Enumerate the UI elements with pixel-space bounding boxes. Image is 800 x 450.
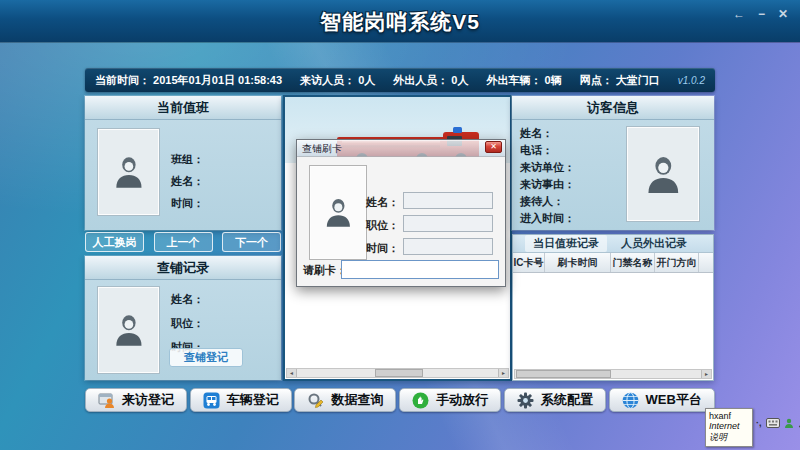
column-door-name: 门禁名称 bbox=[611, 253, 655, 272]
current-duty-title: 当前值班 bbox=[85, 96, 281, 120]
column-door-direction: 开门方向 bbox=[655, 253, 699, 272]
duty-time-label: 时间： bbox=[171, 196, 204, 211]
keyboard-icon[interactable] bbox=[766, 418, 780, 428]
ime-tooltip-line1: hxanf bbox=[709, 411, 749, 421]
data-query-icon bbox=[307, 392, 324, 409]
person-icon bbox=[641, 152, 686, 197]
bedcheck-name-label: 姓名： bbox=[171, 292, 204, 307]
bedcheck-photo-placeholder bbox=[97, 286, 160, 374]
records-table-body bbox=[513, 273, 713, 369]
out-vehicle-label: 外出车辆： bbox=[486, 74, 541, 86]
tab-personnel-out-records[interactable]: 人员外出记录 bbox=[613, 235, 695, 252]
column-ic-card: IC卡号 bbox=[513, 253, 545, 272]
toolbar-button-label: 系统配置 bbox=[541, 391, 593, 409]
vehicle-register-button[interactable]: 车辆登记 bbox=[190, 388, 292, 412]
current-duty-panel: 当前值班 班组： 姓名： 时间： bbox=[85, 96, 281, 230]
previous-button[interactable]: 上一个 bbox=[154, 232, 213, 252]
bedcheck-swipe-dialog: 查铺刷卡 ✕ 姓名： 职位： 时间： 请刷卡： bbox=[296, 139, 506, 287]
back-icon[interactable]: ← bbox=[733, 7, 745, 21]
visitor-count-label: 来访人员： bbox=[300, 74, 355, 86]
dialog-position-input[interactable] bbox=[403, 215, 493, 232]
next-button[interactable]: 下一个 bbox=[222, 232, 281, 252]
title-bar: 智能岗哨系统V5 ← − ✕ bbox=[0, 0, 800, 42]
system-config-button[interactable]: 系统配置 bbox=[504, 388, 606, 412]
column-swipe-time: 刷卡时间 bbox=[545, 253, 611, 272]
ime-mode-icon[interactable] bbox=[784, 418, 794, 429]
toolbar-button-label: WEB平台 bbox=[646, 391, 702, 409]
manual-release-icon bbox=[412, 392, 429, 409]
manual-shift-button[interactable]: 人工换岗 bbox=[85, 232, 144, 252]
person-icon bbox=[110, 153, 148, 191]
site-value: 大堂门口 bbox=[616, 74, 660, 86]
scroll-right-arrow[interactable]: ► bbox=[701, 370, 711, 378]
system-config-icon bbox=[517, 392, 534, 409]
visitor-count-value: 0人 bbox=[358, 74, 375, 86]
out-personnel-value: 0人 bbox=[451, 74, 468, 86]
current-time-label: 当前时间： bbox=[95, 74, 150, 86]
vehicle-register-icon bbox=[203, 392, 220, 409]
site-label: 网点： bbox=[580, 74, 613, 86]
out-personnel-label: 外出人员： bbox=[393, 74, 448, 86]
dialog-close-icon[interactable]: ✕ bbox=[485, 141, 502, 153]
status-bar: 当前时间： 2015年01月01日 01:58:43 来访人员： 0人 外出人员… bbox=[85, 68, 715, 92]
app-title: 智能岗哨系统V5 bbox=[0, 8, 800, 36]
close-icon[interactable]: ✕ bbox=[778, 7, 788, 21]
app-window: 智能岗哨系统V5 ← − ✕ 当前时间： 2015年01月01日 01:58:4… bbox=[0, 0, 800, 450]
dialog-time-input[interactable] bbox=[403, 238, 493, 255]
ime-toolbar: ·, bbox=[756, 417, 800, 429]
data-query-button[interactable]: 数据查询 bbox=[294, 388, 396, 412]
bedcheck-title: 查铺记录 bbox=[85, 256, 281, 280]
records-table-header: IC卡号 刷卡时间 门禁名称 开门方向 bbox=[513, 253, 713, 273]
dialog-name-label: 姓名： bbox=[351, 195, 399, 210]
tab-daily-duty-records[interactable]: 当日值班记录 bbox=[525, 235, 607, 252]
visitor-entry-time-label: 进入时间： bbox=[520, 211, 575, 226]
records-panel: 当日值班记录 人员外出记录 IC卡号 刷卡时间 门禁名称 开门方向 ► bbox=[512, 234, 714, 381]
visitor-info-title: 访客信息 bbox=[512, 96, 714, 120]
scroll-left-arrow[interactable]: ◄ bbox=[287, 369, 297, 377]
dialog-title-bar[interactable]: 查铺刷卡 ✕ bbox=[297, 140, 505, 157]
manual-release-button[interactable]: 手动放行 bbox=[399, 388, 501, 412]
toolbar-button-label: 数据查询 bbox=[331, 391, 383, 409]
duty-button-row: 人工换岗 上一个 下一个 bbox=[85, 232, 281, 252]
minimize-icon[interactable]: − bbox=[758, 7, 765, 21]
visitor-company-label: 来访单位： bbox=[520, 160, 575, 175]
scroll-thumb[interactable] bbox=[516, 370, 611, 378]
camera-horizontal-scrollbar[interactable]: ◄ ► bbox=[286, 368, 509, 378]
records-horizontal-scrollbar[interactable]: ► bbox=[514, 369, 712, 379]
visitor-register-button[interactable]: 来访登记 bbox=[85, 388, 187, 412]
dialog-name-input[interactable] bbox=[403, 192, 493, 209]
toolbar-button-label: 手动放行 bbox=[436, 391, 488, 409]
bedcheck-position-label: 职位： bbox=[171, 316, 204, 331]
dialog-position-label: 职位： bbox=[351, 218, 399, 233]
visitor-info-panel: 访客信息 姓名： 电话： 来访单位： 来访事由： 接待人： 进入时间： bbox=[512, 96, 714, 230]
ime-tooltip: hxanf Internet 说明 bbox=[705, 408, 753, 447]
dialog-time-label: 时间： bbox=[351, 241, 399, 256]
duty-team-label: 班组： bbox=[171, 152, 204, 167]
scroll-right-arrow[interactable]: ► bbox=[498, 369, 508, 377]
visitor-photo-placeholder bbox=[626, 126, 700, 222]
records-tabs: 当日值班记录 人员外出记录 bbox=[513, 235, 713, 253]
swipe-card-input[interactable] bbox=[341, 260, 499, 279]
window-controls: ← − ✕ bbox=[733, 7, 788, 21]
punctuation-icon[interactable]: ·, bbox=[756, 418, 762, 428]
visitor-count: 来访人员： 0人 bbox=[300, 73, 375, 88]
bottom-toolbar: 来访登记 车辆登记 数据查询 手动放行 bbox=[85, 388, 715, 412]
web-platform-button[interactable]: WEB平台 bbox=[609, 388, 715, 412]
out-vehicle-value: 0辆 bbox=[545, 74, 562, 86]
ime-tooltip-line2: Internet 说明 bbox=[709, 421, 749, 444]
duty-name-label: 姓名： bbox=[171, 174, 204, 189]
current-time-value: 2015年01月01日 01:58:43 bbox=[153, 74, 282, 86]
bedcheck-register-button[interactable]: 查铺登记 bbox=[169, 348, 243, 367]
version-label: v1.0.2 bbox=[678, 75, 705, 86]
visitor-name-label: 姓名： bbox=[520, 126, 553, 141]
person-icon bbox=[110, 311, 148, 349]
bedcheck-panel: 查铺记录 姓名： 职位： 时间： 查铺登记 bbox=[85, 256, 281, 380]
toolbar-button-label: 来访登记 bbox=[122, 391, 174, 409]
visitor-host-label: 接待人： bbox=[520, 194, 564, 209]
visitor-reason-label: 来访事由： bbox=[520, 177, 575, 192]
out-vehicle-count: 外出车辆： 0辆 bbox=[486, 73, 561, 88]
web-platform-icon bbox=[622, 392, 639, 409]
current-time: 当前时间： 2015年01月01日 01:58:43 bbox=[95, 73, 282, 88]
scroll-thumb[interactable] bbox=[375, 369, 423, 377]
out-personnel-count: 外出人员： 0人 bbox=[393, 73, 468, 88]
